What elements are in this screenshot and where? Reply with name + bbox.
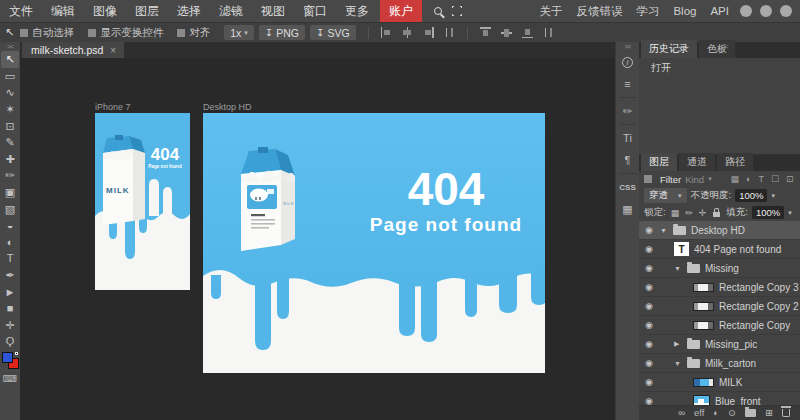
search-icon[interactable] bbox=[434, 7, 442, 15]
delete-layer-icon[interactable] bbox=[782, 409, 790, 417]
lock-transparency-icon[interactable]: ▦ bbox=[671, 208, 680, 218]
menu-file[interactable]: 文件 bbox=[0, 0, 42, 22]
hand-tool[interactable]: ✛ bbox=[1, 317, 19, 334]
brush-panel-icon[interactable]: ✏ bbox=[616, 100, 640, 122]
magic-wand-tool[interactable]: ✶ bbox=[1, 101, 19, 118]
visibility-eye-icon[interactable]: ◉ bbox=[643, 320, 655, 330]
tab-history[interactable]: 历史记录 bbox=[641, 40, 697, 58]
menu-filter[interactable]: 滤镜 bbox=[210, 0, 252, 22]
chevron-down-icon[interactable]: ▾ bbox=[788, 209, 792, 217]
gradient-tool[interactable]: ▧ bbox=[1, 200, 19, 217]
properties-panel-icon[interactable]: ≡ bbox=[616, 73, 640, 95]
expand-caret-icon[interactable]: ▼ bbox=[674, 265, 682, 272]
layer-row-rectangle-copy-3[interactable]: ◉ Rectangle Copy 3 bbox=[639, 278, 800, 297]
lock-paint-icon[interactable]: ✏ bbox=[685, 208, 693, 218]
visibility-eye-icon[interactable]: ◉ bbox=[643, 244, 655, 254]
paragraph-panel-icon[interactable]: ¶ bbox=[616, 149, 640, 171]
align-top-button[interactable] bbox=[480, 27, 491, 38]
visibility-eye-icon[interactable]: ◉ bbox=[643, 339, 655, 349]
visibility-eye-icon[interactable]: ◉ bbox=[643, 225, 655, 235]
move-tool[interactable]: ↖ bbox=[1, 51, 19, 68]
panel-collapse-handle[interactable]: >< bbox=[721, 43, 727, 51]
layer-row-rectangle-copy[interactable]: ◉ Rectangle Copy bbox=[639, 316, 800, 335]
menu-window[interactable]: 窗口 bbox=[294, 0, 336, 22]
visibility-eye-icon[interactable]: ◉ bbox=[643, 358, 655, 368]
healing-tool[interactable]: ✚ bbox=[1, 151, 19, 168]
visibility-eye-icon[interactable]: ◉ bbox=[643, 282, 655, 292]
export-png-button[interactable]: ↧ PNG bbox=[259, 25, 305, 40]
layer-mask-icon[interactable]: ⊙ bbox=[728, 408, 736, 418]
artboard-iphone[interactable]: MILK 404 Page not found bbox=[95, 113, 190, 290]
document-tab[interactable]: milk-sketch.psd × bbox=[22, 42, 124, 58]
tab-swatches[interactable]: 色板 bbox=[699, 40, 735, 58]
history-entry[interactable]: 打开 bbox=[639, 58, 800, 78]
menu-edit[interactable]: 编辑 bbox=[42, 0, 84, 22]
facebook-icon[interactable] bbox=[780, 5, 792, 17]
filter-smart-object-icon[interactable]: ⊡ bbox=[786, 174, 794, 184]
tab-paths[interactable]: 路径 bbox=[717, 153, 753, 171]
tab-channels[interactable]: 通道 bbox=[679, 153, 715, 171]
zoom-level-select[interactable]: 1x ▾ bbox=[224, 25, 254, 40]
marquee-select-tool[interactable]: ▭ bbox=[1, 68, 19, 85]
layer-row-desktop-hd[interactable]: ◉ ▼ Desktop HD bbox=[639, 221, 800, 240]
filter-image-icon[interactable]: ▦ bbox=[730, 174, 739, 184]
expand-caret-icon[interactable]: ▼ bbox=[660, 227, 668, 234]
visibility-eye-icon[interactable]: ◉ bbox=[643, 301, 655, 311]
kind-select[interactable]: Kind bbox=[685, 174, 704, 185]
artboard-label-desktop[interactable]: Desktop HD bbox=[203, 102, 252, 112]
layer-row-milk[interactable]: ◉ MILK bbox=[639, 373, 800, 392]
type-tool[interactable]: T bbox=[1, 250, 19, 267]
pen-tool[interactable]: ✒ bbox=[1, 267, 19, 284]
layer-row-blue-front[interactable]: ◉ Blue_front bbox=[639, 392, 800, 405]
history-panel-icon[interactable]: i bbox=[616, 51, 640, 73]
menu-layer[interactable]: 图层 bbox=[126, 0, 168, 22]
align-left-button[interactable] bbox=[381, 27, 392, 38]
filter-shape-icon[interactable]: ☐ bbox=[771, 174, 779, 184]
lock-position-icon[interactable]: ✛ bbox=[699, 208, 707, 218]
new-group-icon[interactable] bbox=[745, 409, 756, 417]
account-button[interactable]: 账户 bbox=[380, 0, 422, 22]
export-svg-button[interactable]: ↧ SVG bbox=[310, 25, 356, 40]
visibility-eye-icon[interactable]: ◉ bbox=[643, 377, 655, 387]
brush-tool[interactable]: ✏ bbox=[1, 167, 19, 184]
align-center-horizontal-button[interactable] bbox=[402, 27, 413, 38]
path-select-tool[interactable]: ► bbox=[1, 283, 19, 300]
blend-mode-select[interactable]: 穿透 ▾ bbox=[644, 188, 687, 203]
distribute-vertical-button[interactable] bbox=[543, 27, 554, 38]
link-report-bug[interactable]: 反馈错误 bbox=[569, 4, 629, 19]
twitter-icon[interactable] bbox=[760, 5, 772, 17]
snap-checkbox[interactable]: 对齐 bbox=[177, 26, 210, 40]
dodge-tool[interactable]: ◐ bbox=[1, 234, 19, 251]
align-right-button[interactable] bbox=[423, 27, 434, 38]
expand-caret-icon[interactable]: ▶ bbox=[674, 340, 682, 348]
artboard-label-iphone[interactable]: iPhone 7 bbox=[95, 102, 131, 112]
fill-value[interactable]: 100% bbox=[752, 206, 784, 219]
lasso-tool[interactable]: ∿ bbox=[1, 84, 19, 101]
keyboard-shortcuts-icon[interactable]: ⌨ bbox=[3, 373, 17, 384]
lock-all-icon[interactable] bbox=[713, 212, 720, 217]
blur-tool[interactable]: ◒ bbox=[1, 217, 19, 234]
layer-effects-icon[interactable]: eff bbox=[694, 408, 704, 418]
opacity-value[interactable]: 100% bbox=[735, 189, 767, 202]
chevron-down-icon[interactable]: ▾ bbox=[771, 192, 775, 200]
character-panel-icon[interactable]: Ti bbox=[616, 127, 640, 149]
filter-text-icon[interactable]: T bbox=[758, 174, 764, 184]
visibility-eye-icon[interactable]: ◉ bbox=[643, 263, 655, 273]
link-api[interactable]: API bbox=[703, 5, 736, 17]
link-layers-icon[interactable]: ∞ bbox=[678, 408, 685, 418]
image-panel-icon[interactable]: ▦ bbox=[616, 198, 640, 220]
adjustment-layer-icon[interactable]: ◐ bbox=[713, 408, 719, 418]
new-layer-icon[interactable]: ⊞ bbox=[765, 408, 773, 418]
align-middle-vertical-button[interactable] bbox=[501, 27, 512, 38]
color-swatches[interactable] bbox=[2, 352, 19, 369]
css-panel-icon[interactable]: CSS bbox=[616, 176, 640, 198]
align-bottom-button[interactable] bbox=[522, 27, 533, 38]
layer-row-missing[interactable]: ◉ ▼ Missing bbox=[639, 259, 800, 278]
layer-row-missing-pic[interactable]: ◉ ▶ Missing_pic bbox=[639, 335, 800, 354]
reddit-icon[interactable] bbox=[740, 5, 752, 17]
filter-checkbox[interactable] bbox=[644, 175, 652, 183]
link-blog[interactable]: Blog bbox=[666, 5, 703, 17]
close-icon[interactable]: × bbox=[110, 45, 116, 56]
fullscreen-icon[interactable] bbox=[452, 6, 462, 16]
menu-select[interactable]: 选择 bbox=[168, 0, 210, 22]
